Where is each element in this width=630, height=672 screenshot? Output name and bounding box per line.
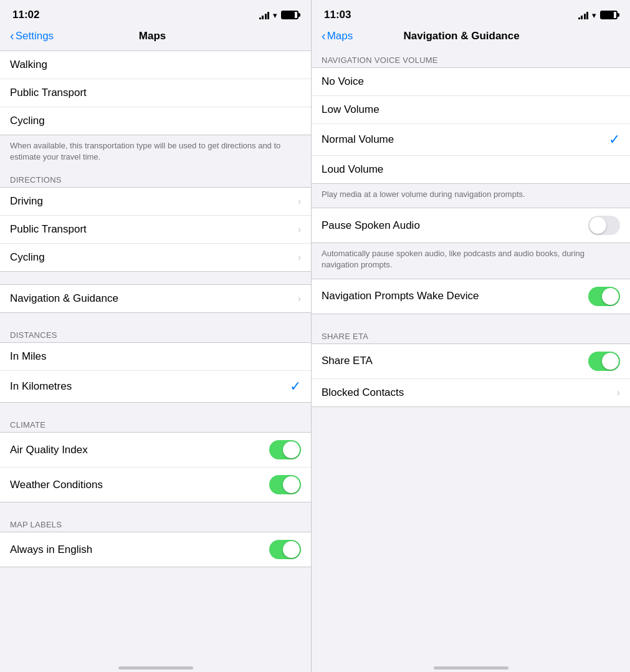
directions-group: Driving › Public Transport › Cycling › bbox=[0, 187, 311, 272]
voice-volume-group: No Voice Low Volume Normal Volume ✓ Loud… bbox=[312, 67, 630, 184]
right-battery-icon bbox=[600, 11, 618, 19]
public-transport-dir-label: Public Transport bbox=[10, 223, 87, 236]
list-item-always-english[interactable]: Always in English bbox=[0, 532, 311, 567]
signal-bars-icon bbox=[259, 11, 270, 19]
wifi-icon: ▾ bbox=[273, 11, 277, 20]
kilometres-label: In Kilometres bbox=[10, 380, 72, 393]
right-time: 11:03 bbox=[324, 9, 351, 21]
list-item-pause-audio[interactable]: Pause Spoken Audio bbox=[312, 208, 630, 242]
left-back-label: Settings bbox=[16, 30, 54, 42]
media-description: Play media at a lower volume during navi… bbox=[312, 184, 630, 208]
miles-label: In Miles bbox=[10, 350, 47, 363]
cycling-label: Cycling bbox=[10, 115, 45, 127]
list-item-no-voice[interactable]: No Voice bbox=[312, 68, 630, 96]
kilometres-checkmark-icon: ✓ bbox=[290, 378, 301, 395]
cycling-dir-label: Cycling bbox=[10, 251, 45, 264]
air-quality-toggle[interactable] bbox=[269, 440, 301, 459]
left-back-button[interactable]: ‹ Settings bbox=[10, 29, 54, 43]
list-item-walking[interactable]: Walking bbox=[0, 51, 311, 79]
list-item-air-quality[interactable]: Air Quality Index bbox=[0, 433, 311, 468]
left-back-chevron-icon: ‹ bbox=[10, 29, 14, 43]
list-item-weather[interactable]: Weather Conditions bbox=[0, 468, 311, 502]
loud-volume-label: Loud Volume bbox=[322, 163, 383, 176]
nav-guidance-chevron-icon: › bbox=[298, 293, 301, 304]
list-item-cycling-dir[interactable]: Cycling › bbox=[0, 244, 311, 271]
public-transport-dir-chevron-icon: › bbox=[298, 224, 301, 235]
blocked-contacts-chevron-icon: › bbox=[617, 387, 620, 398]
list-item-normal-volume[interactable]: Normal Volume ✓ bbox=[312, 124, 630, 156]
list-item-low-volume[interactable]: Low Volume bbox=[312, 96, 630, 124]
pause-audio-group: Pause Spoken Audio bbox=[312, 208, 630, 243]
right-nav-bar: ‹ Maps Navigation & Guidance bbox=[312, 26, 630, 50]
air-quality-label: Air Quality Index bbox=[10, 444, 88, 456]
always-english-label: Always in English bbox=[10, 544, 92, 556]
pause-audio-label: Pause Spoken Audio bbox=[322, 219, 420, 232]
walking-label: Walking bbox=[10, 59, 47, 71]
wake-device-toggle[interactable] bbox=[588, 287, 620, 306]
map-labels-header: MAP LABELS bbox=[0, 515, 311, 532]
normal-volume-checkmark-icon: ✓ bbox=[609, 132, 620, 148]
blocked-contacts-label: Blocked Contacts bbox=[322, 386, 404, 399]
share-eta-toggle[interactable] bbox=[588, 352, 620, 371]
map-labels-group: Always in English bbox=[0, 532, 311, 567]
right-back-label: Maps bbox=[327, 30, 353, 42]
climate-group: Air Quality Index Weather Conditions bbox=[0, 432, 311, 502]
weather-label: Weather Conditions bbox=[10, 479, 103, 491]
right-back-chevron-icon: ‹ bbox=[322, 29, 326, 43]
share-eta-header: SHARE ETA bbox=[312, 327, 630, 343]
right-status-icons: ▾ bbox=[578, 11, 618, 20]
nav-guidance-row: Navigation & Guidance › bbox=[0, 284, 311, 313]
pause-audio-description: Automatically pause spoken audio, like p… bbox=[312, 243, 630, 278]
right-home-indicator bbox=[312, 661, 630, 672]
left-home-indicator bbox=[0, 661, 311, 672]
left-transport-group: Walking Public Transport Cycling bbox=[0, 50, 311, 135]
left-panel: 11:02 ▾ ‹ Settings Maps Walking P bbox=[0, 0, 312, 672]
low-volume-label: Low Volume bbox=[322, 103, 379, 116]
public-transport-label: Public Transport bbox=[10, 87, 87, 99]
list-item-nav-guidance[interactable]: Navigation & Guidance › bbox=[0, 285, 311, 312]
share-eta-label: Share ETA bbox=[322, 355, 373, 367]
left-status-bar: 11:02 ▾ bbox=[0, 0, 311, 26]
list-item-kilometres[interactable]: In Kilometres ✓ bbox=[0, 371, 311, 402]
share-eta-group: Share ETA Blocked Contacts › bbox=[312, 343, 630, 407]
list-item-blocked-contacts[interactable]: Blocked Contacts › bbox=[312, 379, 630, 406]
driving-chevron-icon: › bbox=[298, 196, 301, 207]
wake-device-label: Navigation Prompts Wake Device bbox=[322, 290, 479, 302]
distances-header: DISTANCES bbox=[0, 325, 311, 342]
pause-audio-toggle[interactable] bbox=[588, 216, 620, 235]
list-item-miles[interactable]: In Miles bbox=[0, 343, 311, 371]
right-panel: 11:03 ▾ ‹ Maps Navigation & Guidance NAV… bbox=[312, 0, 630, 672]
right-status-bar: 11:03 ▾ bbox=[312, 0, 630, 26]
left-nav-title: Maps bbox=[139, 30, 166, 42]
list-item-loud-volume[interactable]: Loud Volume bbox=[312, 156, 630, 183]
right-nav-title: Navigation & Guidance bbox=[404, 30, 520, 42]
normal-volume-label: Normal Volume bbox=[322, 133, 394, 146]
list-item-public-transport-dir[interactable]: Public Transport › bbox=[0, 216, 311, 244]
distances-group: In Miles In Kilometres ✓ bbox=[0, 342, 311, 403]
climate-header: CLIMATE bbox=[0, 415, 311, 432]
right-back-button[interactable]: ‹ Maps bbox=[322, 29, 353, 43]
cycling-description: When available, this transportation type… bbox=[0, 135, 311, 170]
left-time: 11:02 bbox=[12, 9, 39, 21]
nav-guidance-label: Navigation & Guidance bbox=[10, 292, 118, 305]
battery-icon bbox=[281, 11, 298, 19]
list-item-wake-device[interactable]: Navigation Prompts Wake Device bbox=[312, 279, 630, 314]
weather-toggle[interactable] bbox=[269, 475, 301, 494]
driving-label: Driving bbox=[10, 195, 43, 208]
left-nav-bar: ‹ Settings Maps bbox=[0, 26, 311, 50]
voice-volume-header: NAVIGATION VOICE VOLUME bbox=[312, 50, 630, 67]
always-english-toggle[interactable] bbox=[269, 540, 301, 559]
left-status-icons: ▾ bbox=[259, 11, 299, 20]
list-item-driving[interactable]: Driving › bbox=[0, 188, 311, 216]
cycling-dir-chevron-icon: › bbox=[298, 252, 301, 263]
list-item-public-transport[interactable]: Public Transport bbox=[0, 79, 311, 107]
list-item-cycling[interactable]: Cycling bbox=[0, 107, 311, 135]
no-voice-label: No Voice bbox=[322, 75, 364, 88]
directions-header: DIRECTIONS bbox=[0, 170, 311, 187]
right-wifi-icon: ▾ bbox=[592, 11, 596, 20]
list-item-share-eta[interactable]: Share ETA bbox=[312, 344, 630, 379]
right-signal-bars-icon bbox=[578, 11, 589, 19]
wake-device-group: Navigation Prompts Wake Device bbox=[312, 279, 630, 314]
